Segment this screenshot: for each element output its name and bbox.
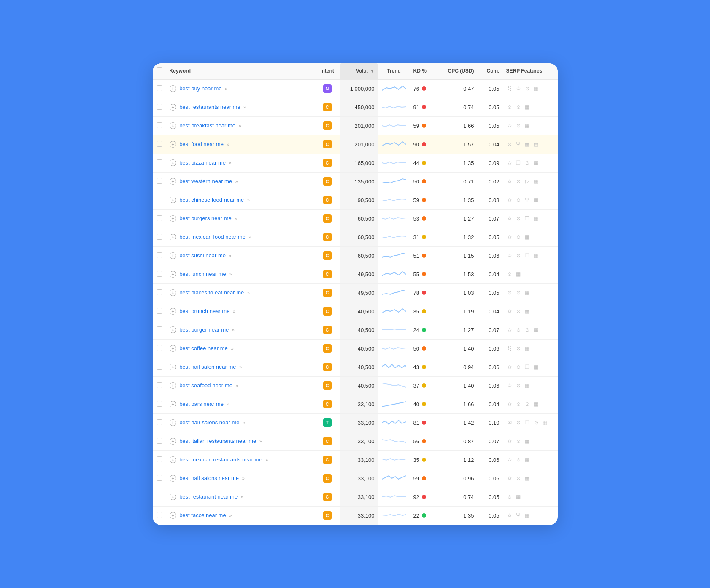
row-checkbox[interactable] — [157, 475, 162, 481]
row-check-cell[interactable] — [153, 450, 166, 469]
keyword-link[interactable]: best nail salons near me — [179, 475, 239, 481]
keyword-expand-icon[interactable]: + — [170, 289, 176, 296]
keyword-expand-icon[interactable]: + — [170, 234, 176, 240]
keyword-expand-icon[interactable]: + — [170, 382, 176, 389]
header-volume[interactable]: Volu. ▼ — [340, 63, 378, 79]
keyword-expand-icon[interactable]: + — [170, 197, 176, 203]
row-check-cell[interactable] — [153, 432, 166, 450]
keyword-link[interactable]: best sushi near me — [179, 252, 226, 259]
row-check-cell[interactable] — [153, 265, 166, 283]
keyword-expand-icon[interactable]: + — [170, 308, 176, 315]
row-checkbox[interactable] — [157, 326, 162, 332]
row-checkbox[interactable] — [157, 197, 162, 202]
row-check-cell[interactable] — [153, 154, 166, 172]
header-kd[interactable]: KD % — [410, 63, 444, 79]
keyword-link[interactable]: best seafood near me — [179, 382, 232, 388]
keyword-expand-icon[interactable]: + — [170, 345, 176, 352]
row-check-cell[interactable] — [153, 469, 166, 488]
keyword-expand-icon[interactable]: + — [170, 141, 176, 148]
keyword-expand-icon[interactable]: + — [170, 85, 176, 92]
row-check-cell[interactable] — [153, 191, 166, 209]
row-check-cell[interactable] — [153, 116, 166, 135]
keyword-link[interactable]: best nail salon near me — [179, 364, 236, 370]
keyword-expand-icon[interactable]: + — [170, 326, 176, 333]
row-checkbox[interactable] — [157, 159, 162, 165]
keyword-link[interactable]: best bars near me — [179, 401, 224, 407]
keyword-expand-icon[interactable]: + — [170, 364, 176, 370]
keyword-link[interactable]: best western near me — [179, 178, 232, 184]
row-checkbox[interactable] — [157, 215, 162, 221]
row-check-cell[interactable] — [153, 283, 166, 302]
row-checkbox[interactable] — [157, 401, 162, 407]
header-com[interactable]: Com. — [478, 63, 503, 79]
row-checkbox[interactable] — [157, 456, 162, 462]
keyword-link[interactable]: best food near me — [179, 141, 224, 147]
keyword-expand-icon[interactable]: + — [170, 252, 176, 259]
keyword-expand-icon[interactable]: + — [170, 159, 176, 166]
keyword-expand-icon[interactable]: + — [170, 512, 176, 519]
keyword-expand-icon[interactable]: + — [170, 456, 176, 463]
keyword-expand-icon[interactable]: + — [170, 419, 176, 426]
keyword-link[interactable]: best buy near me — [179, 85, 221, 92]
row-checkbox[interactable] — [157, 271, 162, 277]
keyword-expand-icon[interactable]: + — [170, 401, 176, 407]
select-all-checkbox[interactable] — [157, 67, 162, 73]
keyword-link[interactable]: best burger near me — [179, 326, 229, 333]
keyword-link[interactable]: best restaurant near me — [179, 494, 238, 500]
keyword-link[interactable]: best burgers near me — [179, 215, 232, 221]
row-check-cell[interactable] — [153, 506, 166, 525]
row-checkbox[interactable] — [157, 345, 162, 351]
keyword-link[interactable]: best breakfast near me — [179, 122, 235, 129]
keyword-link[interactable]: best chinese food near me — [179, 197, 244, 203]
keyword-expand-icon[interactable]: + — [170, 104, 176, 111]
keyword-link[interactable]: best restaurants near me — [179, 104, 240, 110]
header-keyword[interactable]: Keyword — [166, 63, 315, 79]
row-checkbox[interactable] — [157, 234, 162, 240]
keyword-link[interactable]: best mexican restaurants near me — [179, 456, 262, 463]
row-check-cell[interactable] — [153, 395, 166, 413]
keyword-expand-icon[interactable]: + — [170, 438, 176, 445]
row-checkbox[interactable] — [157, 494, 162, 499]
row-checkbox[interactable] — [157, 141, 162, 147]
keyword-link[interactable]: best tacos near me — [179, 512, 226, 518]
keyword-link[interactable]: best brunch near me — [179, 308, 229, 314]
row-check-cell[interactable] — [153, 321, 166, 339]
header-intent[interactable]: Intent — [315, 63, 340, 79]
row-check-cell[interactable] — [153, 98, 166, 116]
row-checkbox[interactable] — [157, 289, 162, 295]
row-check-cell[interactable] — [153, 358, 166, 376]
keyword-expand-icon[interactable]: + — [170, 215, 176, 222]
header-check[interactable] — [153, 63, 166, 79]
keyword-expand-icon[interactable]: + — [170, 178, 176, 185]
row-checkbox[interactable] — [157, 364, 162, 370]
keyword-expand-icon[interactable]: + — [170, 271, 176, 278]
keyword-link[interactable]: best mexican food near me — [179, 234, 246, 240]
row-checkbox[interactable] — [157, 104, 162, 110]
keyword-link[interactable]: best lunch near me — [179, 271, 226, 277]
row-checkbox[interactable] — [157, 382, 162, 388]
row-check-cell[interactable] — [153, 172, 166, 191]
row-checkbox[interactable] — [157, 122, 162, 128]
keyword-link[interactable]: best italian restaurants near me — [179, 438, 256, 444]
keyword-expand-icon[interactable]: + — [170, 122, 176, 129]
row-check-cell[interactable] — [153, 302, 166, 321]
header-trend[interactable]: Trend — [378, 63, 410, 79]
row-checkbox[interactable] — [157, 419, 162, 425]
header-serp[interactable]: SERP Features — [503, 63, 558, 79]
row-checkbox[interactable] — [157, 308, 162, 314]
row-checkbox[interactable] — [157, 438, 162, 444]
keyword-link[interactable]: best coffee near me — [179, 345, 228, 351]
row-checkbox[interactable] — [157, 252, 162, 258]
row-check-cell[interactable] — [153, 413, 166, 432]
row-check-cell[interactable] — [153, 228, 166, 246]
keyword-link[interactable]: best places to eat near me — [179, 289, 244, 296]
row-checkbox[interactable] — [157, 512, 162, 518]
keyword-link[interactable]: best pizza near me — [179, 159, 226, 166]
row-check-cell[interactable] — [153, 488, 166, 506]
row-check-cell[interactable] — [153, 339, 166, 358]
row-check-cell[interactable] — [153, 209, 166, 228]
keyword-link[interactable]: best hair salons near me — [179, 419, 239, 426]
header-cpc[interactable]: CPC (USD) — [444, 63, 478, 79]
row-checkbox[interactable] — [157, 178, 162, 184]
keyword-expand-icon[interactable]: + — [170, 475, 176, 482]
